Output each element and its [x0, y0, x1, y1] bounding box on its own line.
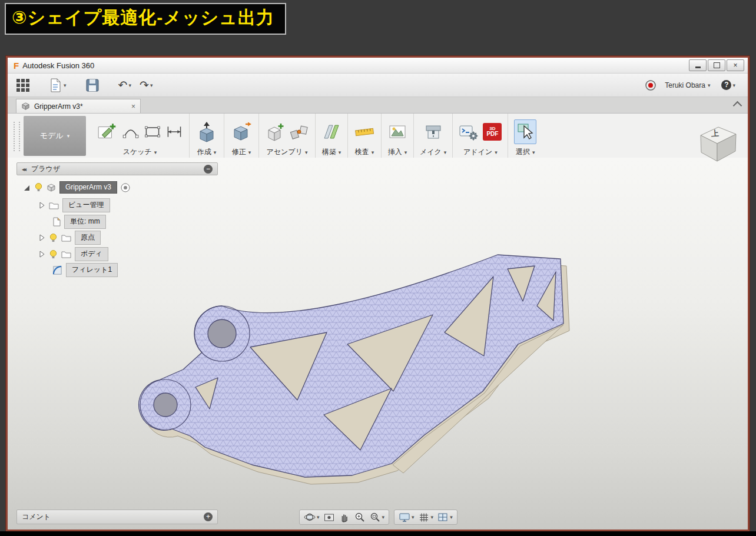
create-sketch-icon[interactable]: [97, 121, 118, 142]
viewport-canvas[interactable]: ◂◂ ブラウザ − GripperArm v3: [8, 158, 748, 530]
view-cube-top-label[interactable]: 上: [711, 128, 719, 139]
view-cube[interactable]: 上: [691, 119, 742, 164]
display-settings-button[interactable]: ▾: [399, 511, 415, 523]
expander-expanded-icon[interactable]: [22, 184, 31, 192]
viewports-button[interactable]: ▾: [437, 511, 453, 523]
tree-node-label[interactable]: フィレット1: [66, 263, 118, 277]
arc-icon[interactable]: [122, 123, 140, 141]
user-menu[interactable]: Teruki Obara ▾: [665, 81, 710, 89]
workspace-menu-button[interactable]: モデル ▾: [24, 116, 86, 156]
tab-close-icon[interactable]: ×: [131, 102, 135, 111]
tree-node-label[interactable]: GripperArm v3: [59, 181, 117, 194]
expander-collapsed-icon[interactable]: [38, 234, 45, 242]
look-at-button[interactable]: [323, 511, 335, 523]
redo-button[interactable]: ↷ ▾: [137, 76, 155, 94]
3d-pdf-icon[interactable]: 3D PDF: [483, 123, 502, 141]
tree-node-label[interactable]: 原点: [75, 231, 101, 245]
group-label-make[interactable]: メイク ▾: [420, 147, 446, 158]
record-icon[interactable]: [645, 79, 656, 91]
insert-image-icon[interactable]: [387, 122, 407, 142]
user-name: Teruki Obara: [665, 81, 705, 89]
bulb-icon[interactable]: [34, 182, 43, 192]
file-menu-button[interactable]: ▾: [45, 76, 69, 95]
tree-node-label[interactable]: 単位: mm: [64, 215, 106, 229]
group-label-select[interactable]: 選択 ▾: [516, 147, 535, 158]
ribbon-grip[interactable]: [14, 122, 20, 151]
document-tab-bar: GripperArm v3* ×: [8, 97, 748, 114]
comment-expand-button[interactable]: +: [204, 512, 213, 521]
workspace-label: モデル: [40, 131, 64, 141]
make-icon[interactable]: [423, 122, 443, 142]
chevron-down-icon: ▾: [708, 82, 711, 88]
group-label-assembly[interactable]: アセンブリ ▾: [267, 147, 308, 158]
extrude-icon[interactable]: [195, 121, 218, 143]
press-pull-icon[interactable]: [230, 121, 253, 143]
grid-settings-button[interactable]: ▾: [418, 511, 434, 523]
tree-row-units[interactable]: 単位: mm: [52, 215, 106, 229]
chevron-down-icon: ▾: [154, 149, 157, 155]
pan-button[interactable]: [339, 511, 350, 523]
help-menu[interactable]: ? ▾: [718, 78, 738, 92]
zoom-icon: [354, 511, 366, 523]
activate-radio-icon[interactable]: [121, 183, 130, 192]
caption-text: ③シェイプ最適化-メッシュ出力: [12, 8, 274, 27]
dimension-icon[interactable]: [165, 123, 183, 141]
chevron-down-icon: ▾: [372, 149, 374, 155]
browser-minimize-button[interactable]: −: [204, 165, 213, 174]
restore-icon: [714, 62, 720, 68]
group-label-construct[interactable]: 構築 ▾: [322, 147, 341, 158]
app-grid-button[interactable]: [14, 77, 32, 94]
ribbon-group-assembly: アセンブリ ▾: [259, 114, 316, 159]
minimize-icon: [695, 66, 701, 68]
zoom-button[interactable]: [354, 511, 366, 523]
tab-label: GripperArm v3*: [34, 102, 127, 111]
construct-plane-icon[interactable]: [321, 122, 341, 142]
group-label-modify[interactable]: 修正 ▾: [232, 147, 251, 158]
save-button[interactable]: [82, 76, 102, 94]
bulb-icon[interactable]: [49, 233, 58, 243]
ribbon-group-select: 選択 ▾: [508, 114, 542, 159]
browser-panel-header[interactable]: ◂◂ ブラウザ −: [16, 162, 218, 175]
group-label-inspect[interactable]: 検査 ▾: [355, 147, 374, 158]
collapse-ribbon-chevron[interactable]: [733, 101, 742, 111]
titlebar[interactable]: F Autodesk Fusion 360 ×: [8, 58, 748, 74]
tree-row-origin[interactable]: 原点: [38, 231, 101, 245]
rectangle-icon[interactable]: [144, 123, 161, 141]
tree-row-root[interactable]: GripperArm v3: [22, 181, 130, 194]
group-label-insert[interactable]: 挿入 ▾: [388, 147, 407, 158]
group-label-sketch[interactable]: スケッチ ▾: [123, 147, 157, 158]
ribbon-group-create: 作成 ▾: [190, 114, 224, 159]
restore-button[interactable]: [708, 59, 725, 71]
chevron-down-icon: ▾: [532, 149, 535, 155]
group-label-addins[interactable]: アドイン ▾: [463, 147, 498, 158]
measure-icon[interactable]: [354, 122, 375, 142]
document-tab[interactable]: GripperArm v3* ×: [16, 99, 141, 113]
select-tool-active[interactable]: [514, 119, 536, 144]
new-component-icon[interactable]: [265, 122, 285, 142]
display-tools: ▾ ▾ ▾: [394, 510, 457, 525]
fit-button[interactable]: ▾: [369, 511, 385, 523]
bulb-icon[interactable]: [49, 249, 58, 259]
orbit-button[interactable]: ▾: [304, 511, 320, 523]
undo-button[interactable]: ↶ ▾: [115, 76, 134, 94]
group-label-create[interactable]: 作成 ▾: [197, 147, 217, 158]
comment-label: コメント: [22, 512, 51, 522]
file-icon: [48, 78, 62, 93]
tree-node-label[interactable]: ビュー管理: [62, 198, 110, 212]
tree-row-view-mgmt[interactable]: ビュー管理: [38, 198, 110, 212]
folder-icon: [61, 234, 71, 242]
tree-node-label[interactable]: ボディ: [75, 247, 108, 261]
scripts-addins-icon[interactable]: [459, 122, 479, 142]
expander-collapsed-icon[interactable]: [38, 201, 45, 209]
tree-row-fillet[interactable]: フィレット1: [52, 263, 118, 277]
chevron-down-icon: ▾: [248, 149, 251, 155]
expander-collapsed-icon[interactable]: [38, 250, 45, 258]
document-icon: [52, 217, 61, 227]
minimize-button[interactable]: [689, 59, 707, 71]
joint-icon[interactable]: [289, 122, 309, 142]
close-button[interactable]: ×: [727, 59, 744, 71]
tree-row-bodies[interactable]: ボディ: [38, 247, 108, 261]
comment-bar[interactable]: コメント +: [16, 510, 218, 524]
browser-collapse-icon[interactable]: ◂◂: [22, 166, 25, 172]
folder-icon: [49, 201, 59, 209]
